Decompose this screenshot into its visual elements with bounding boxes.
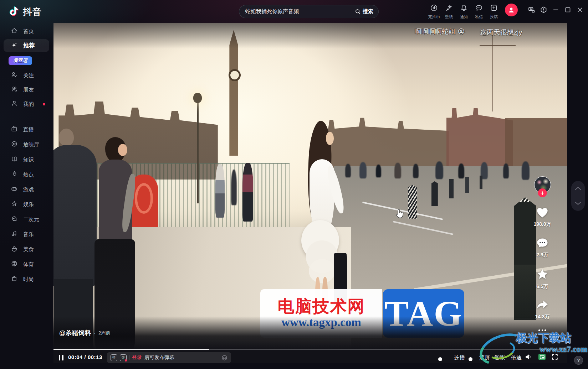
help-button[interactable]: ? (574, 356, 583, 365)
volume-icon[interactable] (525, 354, 532, 362)
emoji-smiley-icon[interactable] (221, 355, 227, 361)
scene-bollard-4 (449, 179, 454, 198)
sidebar-item-following[interactable]: 关注 (0, 68, 53, 83)
messages-label: 私信 (475, 14, 483, 20)
like-heart-icon[interactable] (536, 207, 549, 220)
speed-button[interactable]: 倍速 (511, 354, 522, 361)
author-separator: · (94, 331, 96, 336)
wallpaper-label: 壁纸 (445, 14, 453, 20)
messages-button[interactable]: 私信 (471, 4, 486, 20)
sidebar-item-entertainment[interactable]: 娱乐 (0, 197, 53, 212)
sidebar-item-anime[interactable]: 二次元 (0, 212, 53, 227)
search-bar[interactable]: 蛇姐我捅死你原声音频 搜索 (239, 5, 379, 18)
login-link[interactable]: 登录 (132, 354, 142, 361)
minimize-button[interactable] (549, 4, 562, 16)
person-check-icon (11, 71, 18, 80)
sidebar-item-label: 放映厅 (23, 141, 39, 148)
top-bar: 抖音 蛇姐我捅死你原声音频 搜索 充抖币 壁纸 通知 (0, 0, 588, 23)
plus-square-icon (490, 4, 498, 13)
recharge-label: 充抖币 (428, 14, 440, 20)
sidebar-item-music[interactable]: 音乐 (0, 227, 53, 242)
post-time: 2周前 (98, 330, 110, 336)
sidebar-item-theater[interactable]: 放映厅 (0, 137, 53, 152)
sidebar-item-knowledge[interactable]: 知识 (0, 152, 53, 167)
next-video-button[interactable] (574, 201, 582, 206)
sidebar-item-food[interactable]: 美食 (0, 242, 53, 257)
scene-bigben-clock (229, 69, 241, 81)
sidebar-item-recommend[interactable]: 推荐 (0, 38, 53, 53)
sidebar-item-label: 体育 (23, 261, 34, 268)
sidebar-item-games[interactable]: 游戏 (0, 182, 53, 197)
more-options-icon[interactable] (538, 329, 546, 331)
danmaku-input-divider (129, 355, 129, 360)
time-display: 00:04 / 00:13 (68, 354, 102, 360)
sidebar-item-sports[interactable]: 体育 (0, 257, 53, 272)
like-count: 198.0万 (533, 221, 551, 228)
engagement-rail: + 198.0万 2.9万 6.5万 14.3万 (531, 176, 553, 331)
tagxp-site-name: 电脑技术网 (278, 297, 365, 316)
search-button[interactable]: 搜索 (355, 8, 373, 15)
fullscreen-icon[interactable] (551, 353, 558, 362)
previous-video-button[interactable] (574, 186, 582, 191)
friends-icon (11, 85, 18, 94)
smart-button[interactable]: 智能 (494, 354, 505, 361)
basketball-icon (11, 260, 18, 269)
scene-walker-3 (231, 170, 237, 205)
comment-icon[interactable] (536, 238, 548, 250)
sidebar-item-label: 我的 (23, 101, 34, 108)
scene-walker-1 (215, 164, 225, 218)
clear-screen-label[interactable]: 清屏 (479, 354, 490, 361)
video-player[interactable]: 电脑技术网 www.tagxp.com TAG 啊啊啊啊蛇姐 😭 这两天很想zj… (53, 23, 567, 363)
danmaku-input[interactable]: 弹 弹 登录 后可发布弹幕 (107, 352, 231, 363)
book-icon (11, 155, 18, 164)
author-name[interactable]: @杀猪饲料 (59, 329, 91, 337)
top-bar-right: 充抖币 壁纸 通知 私信 投稿 (426, 0, 588, 23)
follow-button[interactable]: + (538, 188, 547, 197)
sidebar-item-label: 娱乐 (23, 201, 34, 208)
danmaku-comment: 啊啊啊啊蛇姐 😭 (415, 27, 465, 36)
danmaku-toggle-icon[interactable]: 弹 (111, 354, 117, 361)
scene-bollard-6 (480, 176, 482, 189)
scene-walker-2 (242, 163, 253, 222)
upload-button[interactable]: 投稿 (486, 4, 501, 20)
mini-window-icon[interactable] (538, 354, 546, 360)
sidebar-item-friends[interactable]: 朋友 (0, 83, 53, 97)
logo-text: 抖音 (23, 6, 42, 18)
search-icon (355, 9, 361, 15)
asian-games-badge[interactable]: 看亚运 (9, 56, 32, 65)
sidebar-item-mine[interactable]: 我的 (0, 97, 53, 111)
mini-player-button[interactable] (525, 4, 537, 16)
scene-lamp-pole (197, 98, 199, 203)
favorite-star-icon[interactable] (536, 268, 549, 282)
sidebar-item-live[interactable]: 直播 (0, 122, 53, 137)
pause-button[interactable] (59, 355, 63, 360)
autoplay-label[interactable]: 连播 (454, 354, 465, 361)
close-button[interactable] (574, 4, 586, 16)
wallpaper-button[interactable]: 壁纸 (441, 4, 456, 20)
chat-bubble-icon (475, 4, 483, 13)
home-icon (11, 27, 18, 36)
search-input[interactable]: 蛇姐我捅死你原声音频 (245, 8, 355, 15)
time-current: 00:04 (68, 354, 83, 360)
danmaku-settings-icon[interactable]: 弹 (120, 354, 127, 361)
notifications-button[interactable]: 通知 (456, 4, 471, 20)
sidebar-item-label: 时尚 (23, 276, 34, 283)
notifications-label: 通知 (460, 14, 468, 20)
login-hint: 后可发布弹幕 (144, 354, 219, 361)
recharge-button[interactable]: 充抖币 (426, 4, 441, 20)
sidebar-item-label: 推荐 (23, 42, 35, 50)
uploader-avatar[interactable]: + (534, 176, 551, 193)
sidebar-item-label: 音乐 (23, 231, 34, 238)
share-icon[interactable] (536, 300, 549, 312)
sidebar-item-label: 知识 (23, 156, 34, 163)
scene-lamp-head (193, 93, 202, 103)
sidebar-item-home[interactable]: 首页 (0, 24, 53, 38)
sidebar-item-label: 首页 (23, 28, 34, 35)
maximize-button[interactable] (562, 4, 574, 16)
feedback-hexagon-button[interactable] (537, 4, 549, 16)
user-avatar[interactable] (505, 4, 518, 16)
star-outline-icon (11, 200, 18, 209)
douyin-logo[interactable]: 抖音 (9, 6, 42, 18)
sidebar-item-trending[interactable]: 热点 (0, 167, 53, 182)
sidebar-item-fashion[interactable]: 时尚 (0, 272, 53, 287)
